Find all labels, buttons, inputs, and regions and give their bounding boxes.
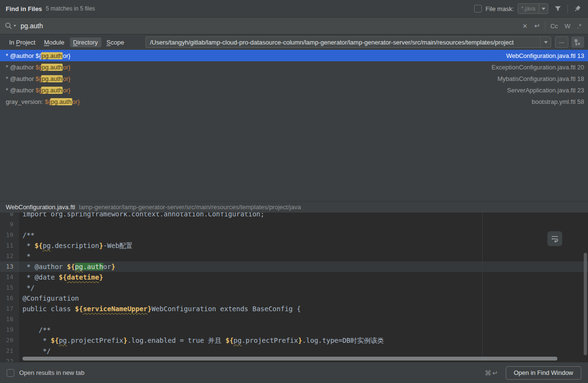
filter-icon[interactable] — [552, 3, 564, 14]
line-number: 8 — [0, 213, 19, 219]
results-list: * @author ${pg.author}WebConfiguration.j… — [0, 50, 588, 201]
line-number: 12 — [0, 251, 19, 261]
open-results-new-tab-label: Open results in new tab — [19, 369, 85, 376]
open-results-new-tab-checkbox[interactable] — [7, 369, 14, 377]
directory-path-value: /Users/tangyh/gitlab/lamp-cloud-pro-data… — [146, 39, 540, 46]
browse-directory-button[interactable]: ... — [555, 36, 568, 48]
line-number: 16 — [0, 293, 19, 304]
search-history-button[interactable] — [5, 22, 16, 30]
result-row[interactable]: * @author ${pg.author}ServerApplication.… — [0, 84, 588, 96]
code-line: 18 — [0, 314, 588, 325]
code-lines: 8import org.springframework.context.anno… — [0, 213, 588, 362]
scope-tab-directory[interactable]: Directory — [70, 37, 101, 47]
result-row[interactable]: gray_version: ${pg.author}bootstrap.yml.… — [0, 96, 588, 107]
code-line: 19 /** — [0, 325, 588, 335]
code-line: 8import org.springframework.context.anno… — [0, 213, 588, 219]
code-line: 14 * @date ${datetime} — [0, 272, 588, 282]
file-mask-combo[interactable]: *.java — [518, 3, 548, 14]
right-margin-guide — [482, 213, 483, 362]
soft-wrap-icon — [551, 235, 559, 243]
scope-tabs: In ProjectModuleDirectoryScope — [6, 37, 127, 47]
search-input[interactable]: pg.auth — [21, 22, 43, 30]
line-number: 15 — [0, 282, 19, 293]
result-file-label: ExceptionConfiguration.java.ftl 20 — [482, 64, 584, 71]
folder-tree-icon — [574, 38, 582, 46]
clear-search-icon[interactable]: ✕ — [521, 23, 530, 30]
line-number: 17 — [0, 304, 19, 314]
line-number: 14 — [0, 272, 19, 282]
chevron-down-icon — [13, 25, 16, 27]
code-line: 13 * @author ${pg.author} — [0, 261, 588, 272]
result-row[interactable]: * @author ${pg.author}ExceptionConfigura… — [0, 61, 588, 73]
result-row[interactable]: * @author ${pg.author}WebConfiguration.j… — [0, 50, 588, 61]
code-line: 21 */ — [0, 346, 588, 356]
words-toggle[interactable]: W — [563, 23, 572, 30]
line-number: 19 — [0, 325, 19, 335]
code-line: 16@Configuration — [0, 293, 588, 304]
result-file-label: MybatisConfiguration.java.ftl 18 — [488, 75, 584, 82]
scope-tab-in-project[interactable]: In Project — [6, 37, 39, 47]
scope-tab-module[interactable]: Module — [41, 37, 68, 47]
match-case-toggle[interactable]: Cc — [548, 23, 560, 30]
footer-bar: Open results in new tab ⌘↵ Open in Find … — [0, 362, 588, 383]
match-summary: 5 matches in 5 files — [46, 5, 95, 12]
insert-newline-icon[interactable]: ↵ — [533, 22, 543, 30]
directory-path-field[interactable]: /Users/tangyh/gitlab/lamp-cloud-pro-data… — [145, 36, 551, 48]
code-line: 12 * — [0, 251, 588, 261]
scope-row: In ProjectModuleDirectoryScope /Users/ta… — [0, 34, 588, 50]
vertical-scrollbar[interactable] — [584, 253, 587, 355]
result-file-label: bootstrap.yml.ftl 58 — [522, 98, 584, 105]
line-number: 13 — [0, 261, 19, 272]
dialog-title: Find in Files — [6, 5, 42, 12]
code-line: 9 — [0, 219, 588, 230]
code-line: 20 * ${pg.projectPrefix}.log.enabled = t… — [0, 335, 588, 346]
horizontal-scrollbar[interactable] — [22, 357, 557, 360]
file-mask-label: File mask: — [486, 5, 514, 12]
preview-filename: WebConfiguration.java.ftl — [6, 203, 75, 211]
file-mask-value: *.java — [518, 5, 539, 12]
chevron-down-icon[interactable] — [540, 37, 551, 47]
search-options: ✕ ↵ Cc W .* — [521, 22, 583, 30]
line-number: 22 — [0, 356, 19, 362]
shortcut-hint: ⌘↵ — [485, 369, 499, 377]
pin-icon[interactable] — [572, 3, 583, 14]
line-number: 20 — [0, 335, 19, 346]
title-bar-right: File mask: *.java — [474, 3, 583, 14]
search-icon — [5, 22, 12, 30]
code-line: 10/** — [0, 230, 588, 240]
scope-tab-scope[interactable]: Scope — [103, 37, 128, 47]
result-file-label: WebConfiguration.java.ftl 13 — [497, 52, 584, 59]
editor[interactable]: 8import org.springframework.context.anno… — [0, 213, 588, 362]
soft-wrap-button[interactable] — [547, 231, 562, 246]
code-line: 11 * ${pg.description}-Web配置 — [0, 240, 588, 251]
line-number: 21 — [0, 346, 19, 356]
preview-filepath: lamp-generator/lamp-generator-server/src… — [79, 203, 301, 211]
line-number: 11 — [0, 240, 19, 251]
regex-toggle[interactable]: .* — [575, 23, 583, 30]
preview-header: WebConfiguration.java.ftl lamp-generator… — [0, 201, 588, 213]
file-mask-checkbox[interactable] — [474, 5, 482, 12]
line-number: 18 — [0, 314, 19, 325]
find-in-files-dialog: Find in Files 5 matches in 5 files File … — [0, 0, 588, 383]
result-file-label: ServerApplication.java.ftl 23 — [498, 87, 584, 94]
title-bar: Find in Files 5 matches in 5 files File … — [0, 0, 588, 17]
code-line: 15 */ — [0, 282, 588, 293]
line-number: 10 — [0, 230, 19, 240]
chevron-down-icon[interactable] — [539, 8, 548, 10]
result-row[interactable]: * @author ${pg.author}MybatisConfigurati… — [0, 73, 588, 84]
search-row: pg.auth ✕ ↵ Cc W .* — [0, 17, 588, 34]
directory-structure-button[interactable] — [571, 36, 584, 48]
open-in-find-window-button[interactable]: Open in Find Window — [506, 366, 581, 380]
line-number: 9 — [0, 219, 19, 230]
code-line: 17public class ${serviceNameUpper}WebCon… — [0, 304, 588, 314]
